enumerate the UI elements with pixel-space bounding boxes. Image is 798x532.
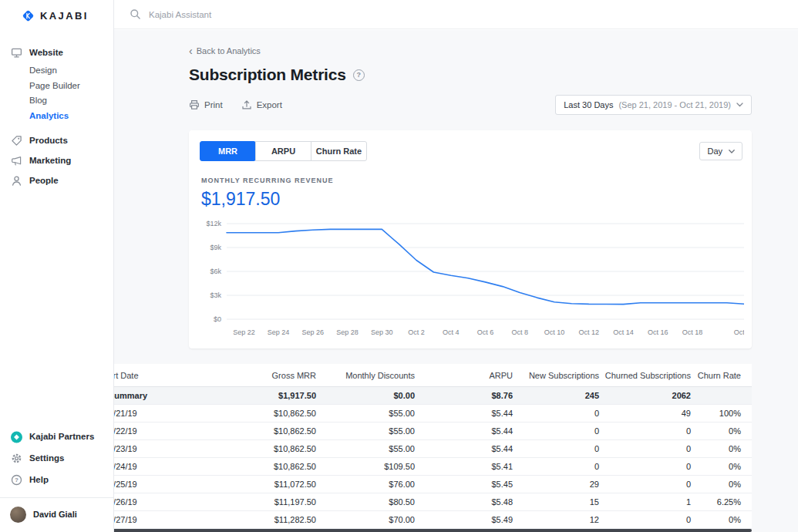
- sidebar-item-label: Kajabi Partners: [29, 432, 94, 441]
- svg-text:Oct 4: Oct 4: [443, 328, 460, 336]
- title-help-icon[interactable]: ?: [353, 69, 365, 81]
- sidebar-item-website[interactable]: Website: [0, 42, 113, 62]
- sidebar-item-people[interactable]: People: [0, 170, 113, 190]
- summary-row: Summary$1,917.50$0.00$8.762452062: [114, 387, 752, 405]
- table-cell: $8.76: [415, 387, 513, 405]
- metric-tabs: MRR ARPU Churn Rate: [200, 141, 367, 161]
- table-cell: $76.00: [316, 476, 415, 493]
- kajabi-logo-icon: [22, 9, 35, 22]
- table-cell: 9/22/19: [114, 423, 216, 440]
- table-cell: 0: [599, 458, 691, 476]
- sidebar-item-kajabi-partners[interactable]: Kajabi Partners: [0, 426, 113, 447]
- table-cell: 0%: [691, 476, 752, 493]
- date-range-main: Last 30 Days: [564, 100, 613, 109]
- search-icon: [130, 8, 141, 20]
- table-column-header: Churn Rate: [691, 364, 752, 387]
- chevron-down-icon: [736, 103, 743, 107]
- table-cell: $10,862.50: [216, 440, 316, 458]
- table-cell: 0: [599, 440, 691, 458]
- table-cell: 12: [513, 511, 599, 529]
- svg-text:$12k: $12k: [206, 220, 221, 227]
- metric-value: $1,917.50: [201, 189, 742, 210]
- chevron-left-icon: ‹: [189, 47, 193, 55]
- tab-mrr[interactable]: MRR: [200, 141, 256, 161]
- table-cell: 0: [599, 423, 691, 440]
- table-cell: 0: [513, 440, 599, 458]
- topbar: [114, 0, 798, 29]
- sidebar-item-design[interactable]: Design: [0, 63, 113, 79]
- tab-churn-rate[interactable]: Churn Rate: [311, 141, 367, 161]
- table-row: 9/23/19$10,862.50$55.00$5.44000%: [114, 440, 752, 458]
- table-cell: $55.00: [316, 405, 415, 423]
- table-cell: 100%: [691, 405, 752, 423]
- sidebar-item-settings[interactable]: Settings: [0, 447, 113, 469]
- table-cell: $5.48: [415, 493, 513, 511]
- sidebar-item-analytics[interactable]: Analytics: [0, 109, 113, 124]
- back-link-label: Back to Analytics: [197, 46, 261, 56]
- table-scrollbar[interactable]: [114, 529, 752, 532]
- table-cell: 9/26/19: [114, 493, 216, 511]
- date-range-select[interactable]: Last 30 Days (Sep 21, 2019 - Oct 21, 201…: [555, 95, 752, 115]
- svg-text:Sep 22: Sep 22: [233, 328, 255, 336]
- user-icon: [11, 175, 22, 187]
- tag-icon: [11, 135, 22, 146]
- table-row: 9/27/19$11,282.50$70.00$5.491200%: [114, 511, 752, 529]
- kajabi-logo-text: KAJABI: [40, 10, 89, 22]
- export-button[interactable]: Export: [241, 99, 282, 110]
- sidebar-item-label: Settings: [29, 453, 64, 463]
- svg-text:Oct 21: Oct 21: [734, 328, 744, 336]
- svg-text:?: ?: [15, 476, 19, 483]
- table-cell: 1: [599, 493, 691, 511]
- table-row: 9/24/19$10,862.50$109.50$5.41000%: [114, 458, 752, 476]
- sidebar-item-products[interactable]: Products: [0, 130, 113, 150]
- table-cell: $5.44: [415, 440, 513, 458]
- assistant-input[interactable]: [149, 10, 473, 19]
- sidebar-item-marketing[interactable]: Marketing: [0, 150, 113, 170]
- back-to-analytics-link[interactable]: ‹ Back to Analytics: [189, 46, 261, 56]
- table-cell: 0%: [691, 440, 752, 458]
- table-cell: 245: [513, 387, 599, 405]
- export-icon: [241, 99, 252, 110]
- help-icon: ?: [11, 474, 22, 486]
- interval-select[interactable]: Day: [699, 142, 742, 160]
- table-row: 9/22/19$10,862.50$55.00$5.44000%: [114, 423, 752, 440]
- sidebar-item-page-builder[interactable]: Page Builder: [0, 79, 113, 94]
- table-cell: 29: [513, 476, 599, 493]
- kajabi-logo[interactable]: KAJABI: [0, 0, 113, 22]
- page-title: Subscription Metrics: [189, 66, 346, 84]
- svg-text:Oct 16: Oct 16: [648, 328, 668, 336]
- table-cell: $5.45: [415, 476, 513, 493]
- table-cell: $0.00: [316, 387, 415, 405]
- table-cell: $5.49: [415, 511, 513, 529]
- table-row: 9/21/19$10,862.50$55.00$5.44049100%: [114, 405, 752, 423]
- table-cell: $55.00: [316, 440, 415, 458]
- svg-text:Oct 10: Oct 10: [544, 328, 565, 336]
- table-cell: Summary: [114, 387, 216, 405]
- sidebar-nav: Website Design Page Builder Blog Analyti…: [0, 42, 113, 190]
- website-submenu: Design Page Builder Blog Analytics: [0, 62, 113, 126]
- user-menu[interactable]: David Giali: [0, 498, 113, 530]
- table-column-header: Churned Subscriptions: [599, 364, 691, 387]
- sidebar: KAJABI Website Design Page Builder Blog …: [0, 0, 114, 532]
- table-cell: 0: [513, 458, 599, 476]
- print-button[interactable]: Print: [189, 99, 223, 110]
- table-cell: $80.50: [316, 493, 415, 511]
- gear-icon: [11, 453, 22, 464]
- svg-text:Oct 6: Oct 6: [477, 328, 494, 336]
- table-row: 9/26/19$11,197.50$80.50$5.481516.25%: [114, 493, 752, 511]
- sidebar-item-help[interactable]: ? Help: [0, 469, 113, 490]
- table-cell: 0%: [691, 458, 752, 476]
- table-cell: 9/25/19: [114, 476, 216, 493]
- table-cell: 9/21/19: [114, 405, 216, 423]
- print-label: Print: [204, 100, 223, 109]
- table-cell: 0: [513, 423, 599, 440]
- table-cell: $1,917.50: [216, 387, 316, 405]
- metrics-table-zone: Start DateGross MRRMonthly DiscountsARPU…: [114, 364, 752, 532]
- sidebar-item-blog[interactable]: Blog: [0, 93, 113, 109]
- table-column-header: Monthly Discounts: [316, 364, 415, 387]
- table-cell: 9/27/19: [114, 511, 216, 529]
- svg-text:Sep 28: Sep 28: [336, 328, 359, 336]
- tab-arpu[interactable]: ARPU: [255, 141, 311, 161]
- table-cell: $109.50: [316, 458, 415, 476]
- export-label: Export: [257, 100, 282, 109]
